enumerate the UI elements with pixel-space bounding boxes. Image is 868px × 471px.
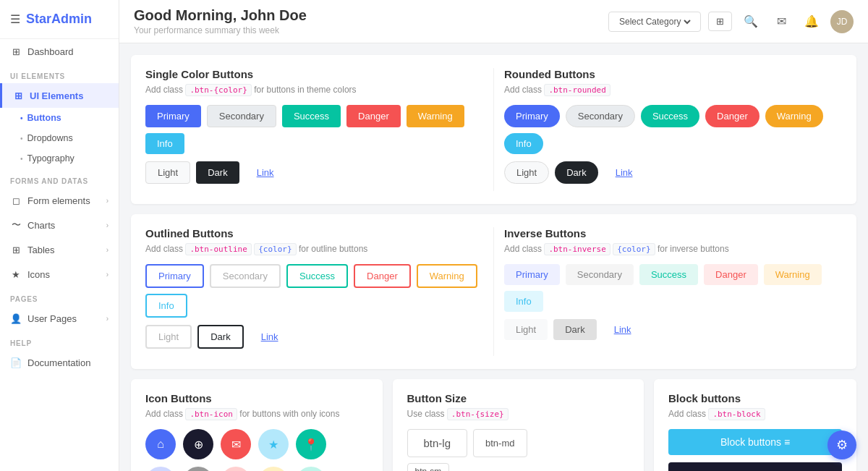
icon-btn-mail-light[interactable]: ✉ <box>221 467 251 471</box>
btn-outline-secondary[interactable]: Secondary <box>210 264 281 288</box>
btn-light[interactable]: Light <box>145 161 190 184</box>
inverse-btn-row2: Light Dark Link <box>504 319 842 340</box>
btn-rounded-primary[interactable]: Primary <box>504 105 560 127</box>
btn-rounded-dark[interactable]: Dark <box>555 161 597 184</box>
calendar-button[interactable]: ⊞ <box>708 12 732 31</box>
search-button[interactable]: 🔍 <box>739 10 762 33</box>
btn-warning[interactable]: Warning <box>407 105 464 127</box>
outlined-btn-row1: Primary Secondary Success Danger Warning… <box>145 264 483 318</box>
btn-outline-light[interactable]: Light <box>145 325 192 349</box>
btn-link[interactable]: Link <box>245 161 286 184</box>
sidebar-item-ui-elements[interactable]: ⊞ UI Elements <box>0 83 119 108</box>
block-buttons-title: Block buttons <box>668 392 842 404</box>
greeting-subtitle: Your performance summary this week <box>134 25 307 35</box>
btn-outline-success[interactable]: Success <box>286 264 348 288</box>
avatar[interactable]: JD <box>830 10 854 33</box>
chevron-icon: › <box>106 315 109 323</box>
btn-inverse-dark[interactable]: Dark <box>553 319 596 340</box>
btn-size-md[interactable]: btn-md <box>473 429 527 457</box>
btn-inverse-danger[interactable]: Danger <box>704 264 758 285</box>
btn-secondary[interactable]: Secondary <box>207 105 276 127</box>
mail-button[interactable]: ✉ <box>770 10 793 33</box>
fab-gear-button[interactable]: ⚙ <box>827 430 856 459</box>
sidebar-section-ui: UI ELEMENTS <box>0 64 119 83</box>
icon-btn-home-primary[interactable]: ⌂ <box>145 429 176 459</box>
content-area: Single Color Buttons Add class .btn-{col… <box>119 43 868 471</box>
btn-rounded-link[interactable]: Link <box>604 161 644 184</box>
btn-inverse-link[interactable]: Link <box>603 319 643 340</box>
icon-btn-star-warning[interactable]: ★ <box>258 467 289 471</box>
icon-btn-globe-gray[interactable]: ⊕ <box>183 467 213 471</box>
icon-btn-mail-danger[interactable]: ✉ <box>221 429 251 459</box>
btn-size-sm[interactable]: btn-sm <box>407 463 450 471</box>
btn-rounded-light[interactable]: Light <box>504 161 549 184</box>
btn-info[interactable]: Info <box>145 133 184 154</box>
icon-btn-pin-success[interactable]: 📍 <box>296 429 326 459</box>
btn-outline-link[interactable]: Link <box>250 325 290 349</box>
inverse-code2: {color} <box>613 243 655 255</box>
sidebar-item-tables[interactable]: ⊞ Tables › <box>0 237 119 262</box>
sidebar-item-form-elements[interactable]: ◻ Form elements › <box>0 188 119 213</box>
btn-outline-primary[interactable]: Primary <box>145 264 204 288</box>
sidebar-item-user-pages[interactable]: 👤 User Pages › <box>0 306 119 331</box>
card-row2-inner: Outlined Buttons Add class .btn-outline … <box>145 227 842 356</box>
logo-area: ☰ StarAdmin <box>0 0 119 39</box>
btn-rounded-info[interactable]: Info <box>504 133 543 154</box>
btn-success[interactable]: Success <box>282 105 341 127</box>
btn-rounded-warning[interactable]: Warning <box>765 105 823 127</box>
sidebar-item-dashboard[interactable]: ⊞ Dashboard <box>0 39 119 64</box>
category-dropdown[interactable]: Select Category <box>616 16 693 27</box>
button-size-card: Button Size Use class .btn-{size} btn-lg… <box>393 379 644 471</box>
block-buttons-card: Block buttons Add class .btn-block Block… <box>654 379 856 471</box>
btn-inverse-secondary[interactable]: Secondary <box>566 264 634 285</box>
btn-outline-dark[interactable]: Dark <box>197 325 243 349</box>
block-code: .btn-block <box>708 408 765 420</box>
sidebar-item-dropdowns[interactable]: Dropdowns <box>20 128 119 148</box>
sidebar-item-icons[interactable]: ★ Icons › <box>0 262 119 287</box>
inverse-section: Inverse Buttons Add class .btn-inverse {… <box>504 227 842 356</box>
btn-inverse-success[interactable]: Success <box>639 264 698 285</box>
dashboard-icon: ⊞ <box>10 46 22 57</box>
block-btn-info[interactable]: Block buttons ≡ <box>668 429 842 455</box>
block-btn-dark[interactable]: Block buttons <box>668 462 842 471</box>
icon-buttons-title: Icon Buttons <box>145 392 368 404</box>
btn-inverse-warning[interactable]: Warning <box>764 264 822 285</box>
hamburger-icon[interactable]: ☰ <box>10 12 20 26</box>
category-select[interactable]: Select Category <box>608 12 701 32</box>
notification-button[interactable]: 🔔 <box>800 10 823 33</box>
greeting-title: Good Morning, John Doe <box>134 7 307 24</box>
chevron-icon: › <box>106 271 109 279</box>
btn-inverse-light[interactable]: Light <box>504 319 548 340</box>
card-row1-inner: Single Color Buttons Add class .btn-{col… <box>145 68 842 191</box>
btn-inverse-info[interactable]: Info <box>504 291 543 312</box>
sidebar-item-documentation[interactable]: 📄 Documentation <box>0 350 119 375</box>
icon-btn-home-light[interactable]: ⌂ <box>145 467 176 471</box>
btn-rounded-success[interactable]: Success <box>641 105 699 127</box>
btn-primary[interactable]: Primary <box>145 105 201 127</box>
btn-rounded-secondary[interactable]: Secondary <box>566 105 635 127</box>
rounded-subtitle: Add class .btn-rounded <box>504 85 842 95</box>
chevron-icon: › <box>106 246 109 254</box>
sidebar-section-pages: PAGES <box>0 287 119 306</box>
btn-outline-warning[interactable]: Warning <box>417 264 477 288</box>
rounded-section: Rounded Buttons Add class .btn-rounded P… <box>504 68 842 191</box>
sidebar-sub-menu: Buttons Dropdowns Typography <box>0 108 119 169</box>
rounded-title: Rounded Buttons <box>504 68 842 80</box>
btn-danger[interactable]: Danger <box>346 105 401 127</box>
btn-rounded-danger[interactable]: Danger <box>705 105 760 127</box>
btn-outline-info[interactable]: Info <box>145 294 187 318</box>
sidebar-item-charts[interactable]: 〜 Charts › <box>0 213 119 237</box>
sidebar-item-buttons[interactable]: Buttons <box>20 108 119 128</box>
btn-dark[interactable]: Dark <box>196 161 239 184</box>
icon-btn-pin-light[interactable]: 📍 <box>296 467 326 471</box>
icon-btn-star-info[interactable]: ★ <box>258 429 289 459</box>
sidebar-item-typography[interactable]: Typography <box>20 148 119 169</box>
icon-btn-globe-dark[interactable]: ⊕ <box>183 429 213 459</box>
btn-size-lg[interactable]: btn-lg <box>407 429 468 457</box>
rounded-code: .btn-rounded <box>544 84 610 96</box>
btn-outline-danger[interactable]: Danger <box>354 264 411 288</box>
btn-inverse-primary[interactable]: Primary <box>504 264 560 285</box>
chart-icon: 〜 <box>10 219 22 231</box>
inverse-code: .btn-inverse <box>544 243 610 255</box>
button-size-title: Button Size <box>407 392 630 404</box>
